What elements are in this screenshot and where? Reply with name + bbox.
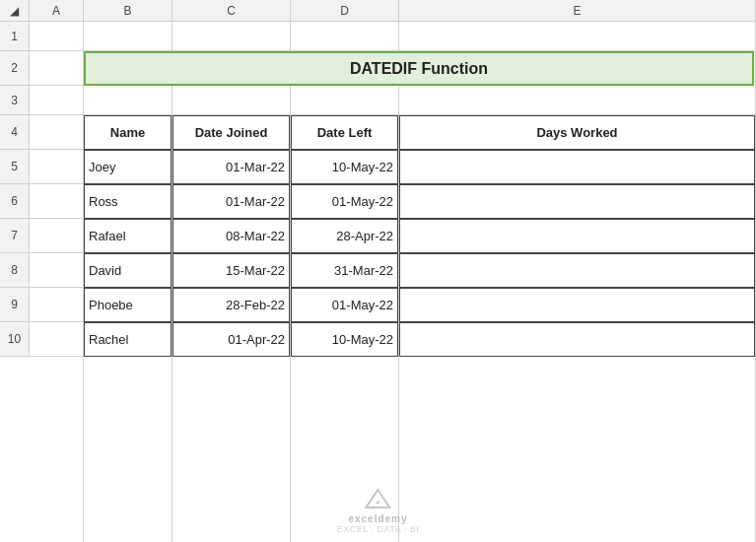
cell-D4-header[interactable]: Date Left <box>291 115 398 150</box>
col-D: Date Left 10-May-22 01-May-22 28-Apr-22 … <box>291 22 399 542</box>
grid-body: 1 2 3 4 5 6 7 8 9 10 <box>0 22 756 542</box>
cell-C9[interactable]: 28-Feb-22 <box>172 288 290 322</box>
col-B: Name Joey Ross Rafael David Phoebe Rache… <box>84 22 172 542</box>
cell-A9[interactable] <box>30 288 83 322</box>
cell-A1[interactable] <box>30 22 83 51</box>
col-header-A[interactable]: A <box>30 0 84 22</box>
cell-D7[interactable]: 28-Apr-22 <box>291 219 398 253</box>
row-num-9: 9 <box>0 288 30 322</box>
cell-D3[interactable] <box>291 86 398 115</box>
cell-C7[interactable]: 08-Mar-22 <box>172 219 290 253</box>
col-header-C[interactable]: C <box>172 0 291 22</box>
cell-B3[interactable] <box>84 86 172 115</box>
row-num-2: 2 <box>0 51 30 86</box>
row-numbers: 1 2 3 4 5 6 7 8 9 10 <box>0 22 30 542</box>
row-num-6: 6 <box>0 184 30 219</box>
cell-D5[interactable]: 10-May-22 <box>291 150 398 184</box>
cell-B5[interactable]: Joey <box>84 150 172 184</box>
col-A <box>30 22 84 542</box>
cell-B2[interactable] <box>84 51 172 86</box>
cell-D6[interactable]: 01-May-22 <box>291 184 398 219</box>
cell-C6[interactable]: 01-Mar-22 <box>172 184 290 219</box>
cell-E6[interactable] <box>399 184 755 219</box>
cell-A5[interactable] <box>30 150 83 184</box>
spreadsheet: ◢ A B C D E 1 2 3 4 5 6 7 8 9 10 <box>0 0 756 542</box>
col-C: Date Joined 01-Mar-22 01-Mar-22 08-Mar-2… <box>172 22 291 542</box>
watermark: ✦ exceldemy EXCEL · DATA · BI <box>337 488 419 534</box>
cell-B9[interactable]: Phoebe <box>84 288 172 322</box>
watermark-tagline: EXCEL · DATA · BI <box>337 524 419 534</box>
corner-cell: ◢ <box>0 0 30 22</box>
cell-C10[interactable]: 01-Apr-22 <box>172 322 290 357</box>
cell-C8[interactable]: 15-Mar-22 <box>172 253 290 288</box>
cell-E8[interactable] <box>399 253 755 288</box>
cell-D8[interactable]: 31-Mar-22 <box>291 253 398 288</box>
row-num-7: 7 <box>0 219 30 253</box>
cell-A3[interactable] <box>30 86 83 115</box>
row-num-3: 3 <box>0 86 30 115</box>
svg-text:✦: ✦ <box>375 499 381 508</box>
cell-E7[interactable] <box>399 219 755 253</box>
col-E: Days Worked <box>399 22 756 542</box>
row-num-4: 4 <box>0 115 30 150</box>
cell-A6[interactable] <box>30 184 83 219</box>
col-header-D[interactable]: D <box>291 0 399 22</box>
col-headers: ◢ A B C D E <box>0 0 756 22</box>
cell-E4-header[interactable]: Days Worked <box>399 115 755 150</box>
row-num-10: 10 <box>0 322 30 357</box>
row-num-5: 5 <box>0 150 30 184</box>
cell-E10[interactable] <box>399 322 755 357</box>
cell-D9[interactable]: 01-May-22 <box>291 288 398 322</box>
cell-C1[interactable] <box>172 22 290 51</box>
cell-E3[interactable] <box>399 86 755 115</box>
cell-C3[interactable] <box>172 86 290 115</box>
cell-C2[interactable] <box>172 51 290 86</box>
cell-B8[interactable]: David <box>84 253 172 288</box>
cell-A4[interactable] <box>30 115 83 150</box>
row-num-8: 8 <box>0 253 30 288</box>
watermark-icon: ✦ <box>362 488 393 513</box>
columns-area: Name Joey Ross Rafael David Phoebe Rache… <box>30 22 756 542</box>
cell-B6[interactable]: Ross <box>84 184 172 219</box>
cell-D10[interactable]: 10-May-22 <box>291 322 398 357</box>
cell-E1[interactable] <box>399 22 755 51</box>
cell-A7[interactable] <box>30 219 83 253</box>
cell-A10[interactable] <box>30 322 83 357</box>
cell-C4-header[interactable]: Date Joined <box>172 115 290 150</box>
col-header-B[interactable]: B <box>84 0 172 22</box>
cell-B10[interactable]: Rachel <box>84 322 172 357</box>
row-num-1: 1 <box>0 22 30 51</box>
cell-B4-header[interactable]: Name <box>84 115 172 150</box>
cell-E9[interactable] <box>399 288 755 322</box>
cell-D1[interactable] <box>291 22 398 51</box>
cell-B7[interactable]: Rafael <box>84 219 172 253</box>
col-header-E[interactable]: E <box>399 0 756 22</box>
cell-E2[interactable] <box>399 51 755 86</box>
watermark-name: exceldemy <box>348 513 407 524</box>
cell-B1[interactable] <box>84 22 172 51</box>
cell-A2[interactable] <box>30 51 83 86</box>
cell-E5[interactable] <box>399 150 755 184</box>
cell-C5[interactable]: 01-Mar-22 <box>172 150 290 184</box>
cell-D2[interactable] <box>291 51 398 86</box>
cell-A8[interactable] <box>30 253 83 288</box>
